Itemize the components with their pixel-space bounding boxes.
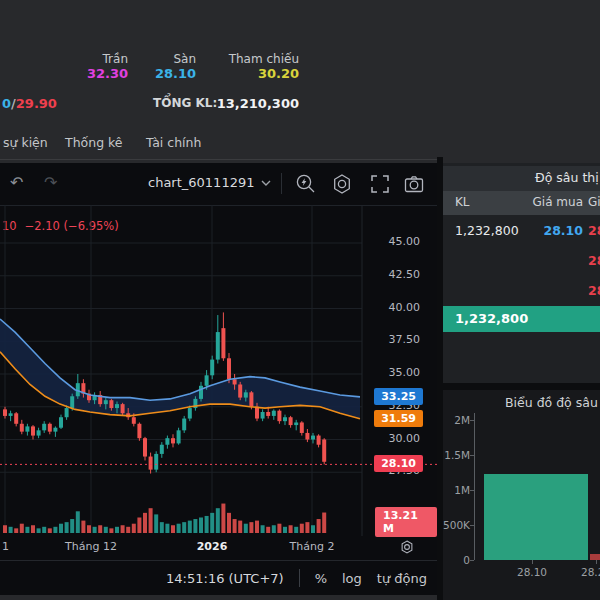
market-depth-header: Độ sâu thị trường (443, 166, 600, 191)
price-badge: 33.25 (374, 388, 423, 405)
ceiling-column: Trần 32.30 (60, 52, 128, 81)
settings-hexagon-icon[interactable] (330, 172, 354, 196)
price-badge: 31.59 (374, 410, 423, 427)
camera-icon[interactable] (402, 172, 426, 196)
toolbar-divider (281, 173, 282, 194)
price-pair-value: 29.90 (16, 96, 57, 111)
depth-y-label: 1.5M (444, 449, 470, 461)
percent-scale-button[interactable]: % (315, 571, 327, 586)
reference-column: Tham chiếu 30.20 (210, 52, 299, 81)
depth-x-tick (532, 560, 533, 564)
price-axis-label: 42.50 (389, 268, 421, 281)
time-axis-label: 2026 (197, 540, 228, 553)
depth-x-label: 28.10 (517, 566, 547, 578)
time-axis[interactable]: 1Tháng 122026Tháng 2 (0, 536, 437, 560)
total-bid-bar: 1,232,800 (443, 306, 600, 332)
tab-statistics[interactable]: Thống kê (65, 135, 123, 150)
ask-price: 28.20 (588, 223, 600, 238)
depth-y-label: 1M (454, 484, 470, 496)
chart-footer: 14:51:16 (UTC+7) % log tự động (0, 560, 437, 595)
trading-app: { "quote_board": { "ceiling_label": "Trầ… (0, 0, 600, 600)
fullscreen-icon[interactable] (368, 172, 392, 196)
chart-toolbar: ↶ ↷ chart_60111291 (0, 163, 437, 206)
column-header-sell-price: Giá bán (588, 195, 600, 209)
market-depth-title: Độ sâu thị trường (535, 170, 600, 185)
ask-price: 28.40 (588, 283, 600, 298)
ask-price: 28.30 (588, 253, 600, 268)
panel-divider (443, 383, 600, 390)
depth-y-tick (470, 490, 474, 491)
undo-icon[interactable]: ↶ (10, 172, 23, 194)
bid-price: 28.10 (543, 223, 583, 238)
depth-chart-panel: Biểu đồ độ sâu 2M1.5M1M500K028.1028.20 (443, 390, 600, 600)
depth-x-tick (596, 560, 597, 564)
time-axis-label: Tháng 2 (290, 540, 335, 553)
footer-divider (299, 569, 300, 587)
total-volume-value: 13,210,300 (210, 96, 299, 111)
price-badge: 28.10 (374, 455, 423, 472)
depth-table-header: KL Giá mua Giá bán (443, 191, 600, 215)
depth-bar (484, 474, 588, 560)
depth-y-label: 0 (463, 554, 470, 566)
tab-financials[interactable]: Tài chính (146, 135, 201, 150)
market-depth-panel: Độ sâu thị trường KL Giá mua Giá bán 1,2… (443, 163, 600, 600)
candlestick-chart[interactable] (0, 205, 437, 536)
price-axis-label: 40.00 (389, 301, 421, 314)
depth-table-row[interactable]: 28.40 (443, 275, 600, 305)
time-axis-label: 1 (2, 540, 9, 553)
price-axis-label: 45.00 (389, 235, 421, 248)
gear-icon[interactable] (399, 539, 415, 555)
chart-title: chart_60111291 (148, 175, 254, 190)
tab-events[interactable]: sự kiện (3, 135, 48, 150)
chart-widget: ↶ ↷ chart_60111291 10−2.10 (−6.95%) 45.0… (0, 163, 437, 595)
column-header-volume: KL (455, 195, 470, 209)
depth-y-tick (470, 420, 474, 421)
volume-badge: 13.21 M (375, 507, 437, 537)
total-volume-label: TỔNG KL: (153, 96, 217, 110)
flash-search-icon[interactable] (294, 172, 318, 196)
floor-label: Sàn (130, 52, 196, 66)
depth-bar (590, 554, 600, 560)
price-pair-prefix: 0 (2, 96, 11, 111)
price-pair-partial: 0/29.90 (2, 96, 57, 111)
depth-y-label: 500K (443, 519, 470, 531)
reference-value: 30.20 (210, 66, 299, 81)
depth-y-axis (474, 413, 475, 560)
total-bid-volume: 1,232,800 (455, 311, 528, 326)
price-axis-label: 35.00 (389, 366, 421, 379)
auto-scale-button[interactable]: tự động (377, 571, 427, 586)
tab-bar: sự kiện Thống kê Tài chính (0, 128, 437, 160)
log-scale-button[interactable]: log (342, 571, 362, 586)
reference-label: Tham chiếu (210, 52, 299, 66)
ceiling-value: 32.30 (60, 66, 128, 81)
depth-y-label: 2M (454, 414, 470, 426)
price-axis-label: 37.50 (389, 333, 421, 346)
ceiling-label: Trần (60, 52, 128, 66)
depth-x-label: 28.20 (581, 566, 600, 578)
chart-title-dropdown[interactable]: chart_60111291 (148, 175, 271, 190)
depth-table-row[interactable]: 1,232,800 28.10 28.20 (443, 215, 600, 245)
depth-table-row[interactable]: 28.30 (443, 245, 600, 275)
depth-y-tick (470, 525, 474, 526)
floor-column: Sàn 28.10 (130, 52, 196, 81)
floor-value: 28.10 (130, 66, 196, 81)
depth-chart[interactable]: 2M1.5M1M500K028.1028.20 (443, 390, 600, 600)
price-axis-label: 30.00 (389, 432, 421, 445)
depth-y-tick (470, 560, 474, 561)
bid-volume: 1,232,800 (455, 223, 519, 238)
depth-y-tick (470, 455, 474, 456)
clock-label: 14:51:16 (UTC+7) (166, 571, 284, 586)
chevron-down-icon (261, 180, 271, 186)
redo-icon[interactable]: ↷ (44, 172, 57, 194)
time-axis-label: Tháng 12 (65, 540, 117, 553)
column-header-buy-price: Giá mua (533, 195, 583, 209)
